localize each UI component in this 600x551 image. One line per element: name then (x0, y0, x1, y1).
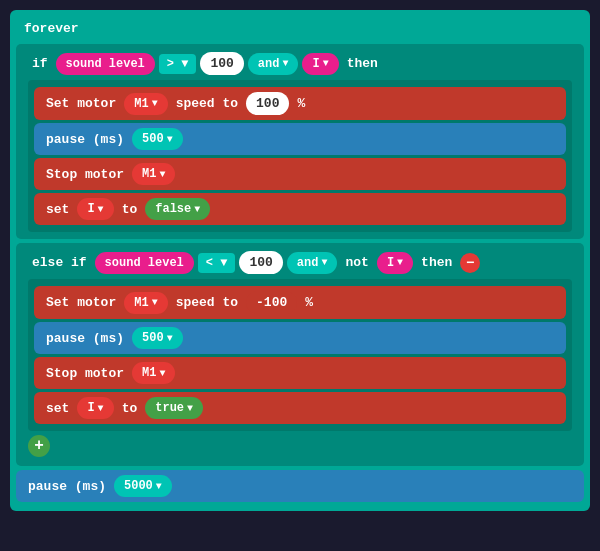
then-keyword-1: then (343, 54, 382, 73)
stop-motor-row-2: Stop motor M1 ▼ (42, 362, 558, 384)
sound-level-pill-2[interactable]: sound level (95, 252, 194, 274)
set-var-pill-1[interactable]: I ▼ (77, 198, 113, 220)
pause-row-1: pause (ms) 500 ▼ (42, 128, 558, 150)
pause-bottom-val[interactable]: 5000 ▼ (114, 475, 172, 497)
else-if-body: Set motor M1 ▼ speed to -100 % pause (ms… (28, 279, 572, 431)
set-keyword-2: set (42, 399, 73, 418)
to-keyword-1: to (118, 200, 142, 219)
var-i-pill-2[interactable]: I ▼ (377, 252, 413, 274)
false-pill[interactable]: false ▼ (145, 198, 210, 220)
set-var-row-1: set I ▼ to false ▼ (42, 198, 558, 220)
operator-1[interactable]: > ▼ (159, 54, 197, 74)
true-pill[interactable]: true ▼ (145, 397, 203, 419)
else-if-section: else if sound level < ▼ 100 and ▼ not I … (16, 243, 584, 466)
remove-else-if-button[interactable]: − (460, 253, 480, 273)
speed-val-1[interactable]: 100 (246, 92, 289, 115)
pause-block-2: pause (ms) 500 ▼ (34, 322, 566, 354)
forever-header: forever (16, 16, 584, 41)
stop-motor-block-2: Stop motor M1 ▼ (34, 357, 566, 389)
stop-m1-pill-2[interactable]: M1 ▼ (132, 362, 175, 384)
speed-to-label-1: speed to (172, 94, 242, 113)
set-motor-row-2: Set motor M1 ▼ speed to -100 % (42, 291, 558, 314)
to-keyword-2: to (118, 399, 142, 418)
and-arrow-1: ▼ (282, 58, 288, 69)
forever-block: forever if sound level > ▼ 100 and ▼ I ▼… (10, 10, 590, 511)
stop-motor-row-1: Stop motor M1 ▼ (42, 163, 558, 185)
stop-motor-label-2: Stop motor (42, 364, 128, 383)
pause-row-2: pause (ms) 500 ▼ (42, 327, 558, 349)
else-if-keyword: else if (28, 253, 91, 272)
stop-m1-pill-1[interactable]: M1 ▼ (132, 163, 175, 185)
percent-1: % (293, 94, 309, 113)
set-motor-block-2: Set motor M1 ▼ speed to -100 % (34, 286, 566, 319)
set-var-block-2: set I ▼ to true ▼ (34, 392, 566, 424)
set-motor-block-1: Set motor M1 ▼ speed to 100 % (34, 87, 566, 120)
value-2[interactable]: 100 (239, 251, 282, 274)
if-body: Set motor M1 ▼ speed to 100 % pause (ms)… (28, 80, 572, 232)
sound-level-label-2: sound level (105, 256, 184, 270)
if-keyword: if (28, 54, 52, 73)
and-pill-2[interactable]: and ▼ (287, 252, 338, 274)
set-var-row-2: set I ▼ to true ▼ (42, 397, 558, 419)
if-section: if sound level > ▼ 100 and ▼ I ▼ then (16, 44, 584, 239)
var-arrow-1: ▼ (323, 58, 329, 69)
else-if-row: else if sound level < ▼ 100 and ▼ not I … (24, 248, 576, 277)
m1-pill-2[interactable]: M1 ▼ (124, 292, 167, 314)
set-keyword-1: set (42, 200, 73, 219)
and-pill-1[interactable]: and ▼ (248, 53, 299, 75)
pause-bottom-row: pause (ms) 5000 ▼ (24, 475, 576, 497)
m1-pill-1[interactable]: M1 ▼ (124, 93, 167, 115)
and-arrow-2: ▼ (321, 257, 327, 268)
not-keyword: not (341, 253, 372, 272)
operator-2[interactable]: < ▼ (198, 253, 236, 273)
pause-val-1[interactable]: 500 ▼ (132, 128, 183, 150)
sound-level-label-1: sound level (66, 57, 145, 71)
sound-level-pill-1[interactable]: sound level (56, 53, 155, 75)
set-var-block-1: set I ▼ to false ▼ (34, 193, 566, 225)
percent-2: % (301, 293, 317, 312)
forever-label: forever (18, 19, 85, 38)
stop-motor-block-1: Stop motor M1 ▼ (34, 158, 566, 190)
speed-to-label-2: speed to (172, 293, 242, 312)
set-motor-row-1: Set motor M1 ▼ speed to 100 % (42, 92, 558, 115)
pause-block-1: pause (ms) 500 ▼ (34, 123, 566, 155)
value-1[interactable]: 100 (200, 52, 243, 75)
stop-motor-label-1: Stop motor (42, 165, 128, 184)
add-else-if-button[interactable]: + (28, 435, 50, 457)
var-i-pill-1[interactable]: I ▼ (302, 53, 338, 75)
if-row: if sound level > ▼ 100 and ▼ I ▼ then (24, 49, 576, 78)
then-keyword-2: then (417, 253, 456, 272)
set-var-pill-2[interactable]: I ▼ (77, 397, 113, 419)
set-motor-label-1: Set motor (42, 94, 120, 113)
pause-bottom-block: pause (ms) 5000 ▼ (16, 470, 584, 502)
set-motor-label-2: Set motor (42, 293, 120, 312)
pause-bottom-label: pause (ms) (24, 477, 110, 496)
var-arrow-2: ▼ (397, 257, 403, 268)
pause-label-1: pause (ms) (42, 130, 128, 149)
pause-label-2: pause (ms) (42, 329, 128, 348)
pause-val-2[interactable]: 500 ▼ (132, 327, 183, 349)
speed-val-2[interactable]: -100 (246, 291, 297, 314)
